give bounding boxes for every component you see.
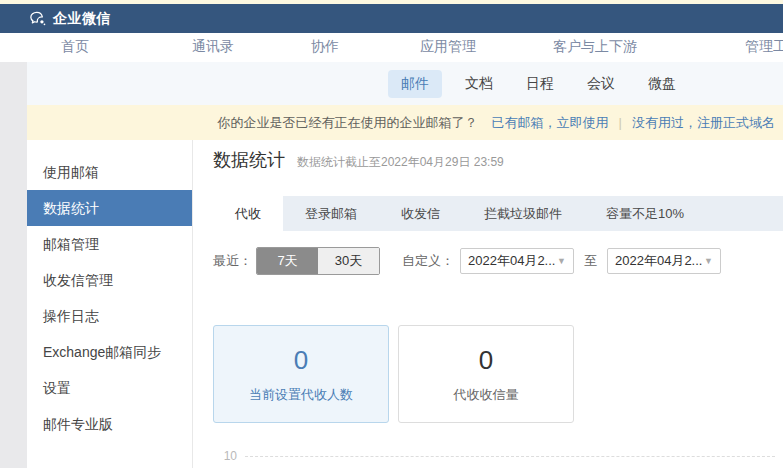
date-to-value: 2022年04月2... <box>615 252 702 270</box>
main-content: 数据统计 数据统计截止至2022年04月29日 23:59 代收 登录邮箱 收发… <box>193 140 783 468</box>
subnav-tab-drive[interactable]: 微盘 <box>635 70 689 98</box>
chevron-down-icon: ▼ <box>557 256 566 266</box>
sidebar-item-use-mailbox[interactable]: 使用邮箱 <box>27 154 192 190</box>
recent-label: 最近： <box>213 252 252 270</box>
range-30days-button[interactable]: 30天 <box>318 248 379 274</box>
date-to-select[interactable]: 2022年04月2... ▼ <box>607 248 721 274</box>
tab-low-capacity[interactable]: 容量不足10% <box>584 196 706 231</box>
sidebar-item-mail-pro[interactable]: 邮件专业版 <box>27 406 192 442</box>
sidebar-item-settings[interactable]: 设置 <box>27 370 192 406</box>
page-subtitle: 数据统计截止至2022年04月29日 23:59 <box>297 154 504 171</box>
stat-card-proxy-received[interactable]: 0 代收收信量 <box>398 325 574 423</box>
sidebar-item-exchange-sync[interactable]: Exchange邮箱同步 <box>27 334 192 370</box>
primary-nav: 首页 通讯录 协作 应用管理 客户与上下游 管理工具 <box>0 33 783 62</box>
nav-item-collaboration[interactable]: 协作 <box>311 38 339 56</box>
subnav-tab-docs[interactable]: 文档 <box>452 70 506 98</box>
stat-value: 0 <box>294 345 308 376</box>
app-header: 企业微信 <box>0 4 783 33</box>
left-gutter <box>0 62 27 468</box>
banner-divider: | <box>619 115 622 130</box>
stat-cards: 0 当前设置代收人数 0 代收收信量 <box>213 325 775 423</box>
stat-label: 当前设置代收人数 <box>249 386 353 404</box>
range-7days-button[interactable]: 7天 <box>257 248 318 274</box>
tab-send-receive[interactable]: 收发信 <box>379 196 462 231</box>
sidebar-item-send-receive-management[interactable]: 收发信管理 <box>27 262 192 298</box>
tab-spam-intercept[interactable]: 拦截垃圾邮件 <box>462 196 584 231</box>
page-body: 使用邮箱 数据统计 邮箱管理 收发信管理 操作日志 Exchange邮箱同步 设… <box>27 140 783 468</box>
nav-item-app-management[interactable]: 应用管理 <box>420 38 476 56</box>
banner-question: 你的企业是否已经有正在使用的企业邮箱了？ <box>218 114 478 132</box>
subnav-tab-mail[interactable]: 邮件 <box>388 70 442 98</box>
chart-y-tick: 10 <box>213 449 237 463</box>
date-from-select[interactable]: 2022年04月2... ▼ <box>460 248 574 274</box>
secondary-nav: 邮件 文档 日程 会议 微盘 <box>27 62 783 105</box>
banner-link-register-domain[interactable]: 没有用过，注册正式域名 <box>632 114 775 132</box>
sidebar: 使用邮箱 数据统计 邮箱管理 收发信管理 操作日志 Exchange邮箱同步 设… <box>27 140 193 468</box>
subnav-tab-meeting[interactable]: 会议 <box>574 70 628 98</box>
sidebar-item-mailbox-management[interactable]: 邮箱管理 <box>27 226 192 262</box>
nav-item-admin-tools[interactable]: 管理工具 <box>745 38 783 56</box>
page-title: 数据统计 <box>213 148 285 172</box>
stats-tabbar: 代收 登录邮箱 收发信 拦截垃圾邮件 容量不足10% <box>213 196 783 231</box>
sidebar-item-operation-log[interactable]: 操作日志 <box>27 298 192 334</box>
nav-item-home[interactable]: 首页 <box>61 38 89 56</box>
tab-proxy-receive[interactable]: 代收 <box>213 196 283 231</box>
chevron-down-icon: ▼ <box>704 256 713 266</box>
banner-link-use-existing[interactable]: 已有邮箱，立即使用 <box>492 114 609 132</box>
to-label: 至 <box>584 252 597 270</box>
filter-row: 最近： 7天 30天 自定义： 2022年04月2... ▼ 至 2022年04… <box>213 247 775 275</box>
wecom-bubble-icon <box>28 9 47 28</box>
tab-login-mailbox[interactable]: 登录邮箱 <box>283 196 379 231</box>
mailbox-promo-banner: 你的企业是否已经有正在使用的企业邮箱了？ 已有邮箱，立即使用 | 没有用过，注册… <box>27 105 783 140</box>
range-segmented-control: 7天 30天 <box>256 247 380 275</box>
brand-title: 企业微信 <box>53 10 111 28</box>
chart-gridline <box>245 456 775 457</box>
sidebar-item-data-statistics[interactable]: 数据统计 <box>27 190 192 226</box>
date-from-value: 2022年04月2... <box>468 252 555 270</box>
stat-card-proxy-users[interactable]: 0 当前设置代收人数 <box>213 325 389 423</box>
custom-range-label: 自定义： <box>402 252 454 270</box>
title-row: 数据统计 数据统计截止至2022年04月29日 23:59 <box>213 148 775 176</box>
chart-top-row: 10 <box>213 449 775 463</box>
subnav-tab-calendar[interactable]: 日程 <box>513 70 567 98</box>
nav-item-customers[interactable]: 客户与上下游 <box>553 38 637 56</box>
nav-item-contacts[interactable]: 通讯录 <box>192 38 234 56</box>
stat-label: 代收收信量 <box>454 386 519 404</box>
stat-value: 0 <box>479 345 493 376</box>
